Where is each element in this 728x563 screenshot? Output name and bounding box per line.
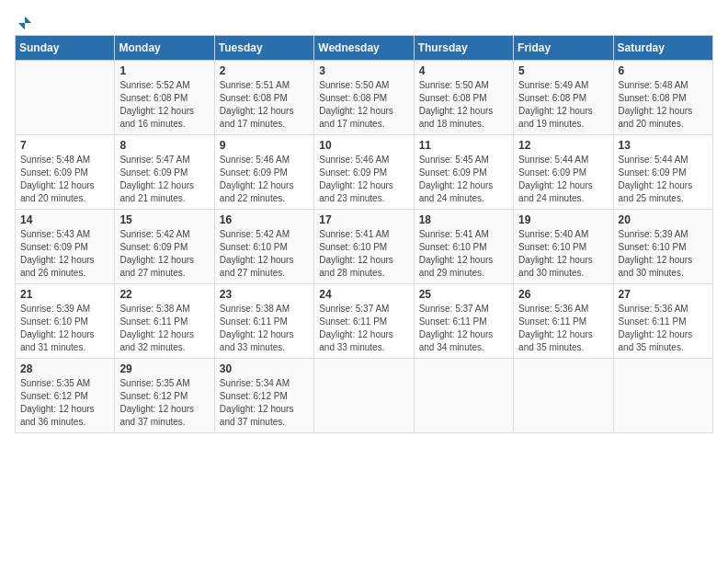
day-number: 8 <box>119 139 209 152</box>
daylight-hours: Daylight: 12 hours and 17 minutes. <box>220 106 294 129</box>
sunset-time: Sunset: 6:08 PM <box>518 93 586 103</box>
day-info: Sunrise: 5:39 AM Sunset: 6:10 PM Dayligh… <box>20 303 109 354</box>
sunset-time: Sunset: 6:11 PM <box>119 316 188 327</box>
day-info: Sunrise: 5:37 AM Sunset: 6:11 PM Dayligh… <box>419 303 508 354</box>
calendar-cell: 15 Sunrise: 5:42 AM Sunset: 6:09 PM Dayl… <box>115 210 214 284</box>
calendar-cell: 16 Sunrise: 5:42 AM Sunset: 6:10 PM Dayl… <box>214 210 313 284</box>
svg-marker-0 <box>18 17 31 29</box>
day-info: Sunrise: 5:43 AM Sunset: 6:09 PM Dayligh… <box>20 228 109 280</box>
day-number: 12 <box>518 139 608 152</box>
day-number: 23 <box>220 288 309 301</box>
calendar-cell: 24 Sunrise: 5:37 AM Sunset: 6:11 PM Dayl… <box>314 284 414 359</box>
daylight-hours: Daylight: 12 hours and 35 minutes. <box>518 329 593 352</box>
daylight-hours: Daylight: 12 hours and 20 minutes. <box>20 180 95 203</box>
calendar-cell: 29 Sunrise: 5:35 AM Sunset: 6:12 PM Dayl… <box>115 359 214 433</box>
sunset-time: Sunset: 6:09 PM <box>119 242 188 252</box>
calendar-cell: 28 Sunrise: 5:35 AM Sunset: 6:12 PM Dayl… <box>16 359 115 433</box>
daylight-hours: Daylight: 12 hours and 25 minutes. <box>619 180 693 203</box>
day-number: 18 <box>419 213 508 226</box>
day-number: 25 <box>419 288 508 301</box>
sunrise-time: Sunrise: 5:43 AM <box>20 229 90 239</box>
sunset-time: Sunset: 6:10 PM <box>619 242 687 252</box>
calendar-cell: 23 Sunrise: 5:38 AM Sunset: 6:11 PM Dayl… <box>214 284 313 359</box>
sunrise-time: Sunrise: 5:35 AM <box>20 378 90 388</box>
sunrise-time: Sunrise: 5:41 AM <box>319 229 389 239</box>
day-info: Sunrise: 5:36 AM Sunset: 6:11 PM Dayligh… <box>518 303 608 354</box>
daylight-hours: Daylight: 12 hours and 37 minutes. <box>119 404 194 427</box>
day-number: 17 <box>319 213 408 226</box>
sunrise-time: Sunrise: 5:50 AM <box>319 80 389 90</box>
daylight-hours: Daylight: 12 hours and 27 minutes. <box>220 255 294 278</box>
sunset-time: Sunset: 6:08 PM <box>319 93 387 103</box>
day-info: Sunrise: 5:40 AM Sunset: 6:10 PM Dayligh… <box>518 228 608 280</box>
day-number: 15 <box>119 213 209 226</box>
day-info: Sunrise: 5:45 AM Sunset: 6:09 PM Dayligh… <box>419 154 508 205</box>
daylight-hours: Daylight: 12 hours and 33 minutes. <box>220 329 294 352</box>
sunrise-time: Sunrise: 5:39 AM <box>20 304 90 314</box>
logo <box>15 15 33 28</box>
daylight-hours: Daylight: 12 hours and 21 minutes. <box>119 180 194 203</box>
header-day-monday: Monday <box>115 36 214 61</box>
calendar-table: SundayMondayTuesdayWednesdayThursdayFrid… <box>15 35 713 433</box>
header-day-thursday: Thursday <box>414 36 513 61</box>
sunset-time: Sunset: 6:08 PM <box>119 93 188 103</box>
daylight-hours: Daylight: 12 hours and 30 minutes. <box>518 255 593 278</box>
day-number: 19 <box>518 213 608 226</box>
header-day-saturday: Saturday <box>613 36 712 61</box>
calendar-cell: 1 Sunrise: 5:52 AM Sunset: 6:08 PM Dayli… <box>115 61 214 135</box>
calendar-cell: 25 Sunrise: 5:37 AM Sunset: 6:11 PM Dayl… <box>414 284 513 359</box>
daylight-hours: Daylight: 12 hours and 24 minutes. <box>419 180 494 203</box>
day-info: Sunrise: 5:42 AM Sunset: 6:09 PM Dayligh… <box>119 228 209 280</box>
calendar-cell <box>16 61 115 135</box>
day-number: 13 <box>619 139 708 152</box>
daylight-hours: Daylight: 12 hours and 27 minutes. <box>119 255 194 278</box>
calendar-cell: 11 Sunrise: 5:45 AM Sunset: 6:09 PM Dayl… <box>414 135 513 210</box>
daylight-hours: Daylight: 12 hours and 30 minutes. <box>619 255 693 278</box>
day-number: 2 <box>220 64 309 77</box>
day-info: Sunrise: 5:52 AM Sunset: 6:08 PM Dayligh… <box>119 79 209 131</box>
sunrise-time: Sunrise: 5:46 AM <box>220 155 290 165</box>
calendar-cell: 5 Sunrise: 5:49 AM Sunset: 6:08 PM Dayli… <box>514 61 613 135</box>
day-number: 21 <box>20 288 109 301</box>
sunrise-time: Sunrise: 5:52 AM <box>119 80 189 90</box>
daylight-hours: Daylight: 12 hours and 31 minutes. <box>20 329 95 352</box>
sunrise-time: Sunrise: 5:40 AM <box>518 229 588 239</box>
sunrise-time: Sunrise: 5:44 AM <box>619 155 688 165</box>
day-info: Sunrise: 5:35 AM Sunset: 6:12 PM Dayligh… <box>119 377 209 429</box>
sunset-time: Sunset: 6:09 PM <box>319 167 387 178</box>
sunset-time: Sunset: 6:09 PM <box>220 167 288 178</box>
sunrise-time: Sunrise: 5:49 AM <box>518 80 588 90</box>
sunset-time: Sunset: 6:09 PM <box>20 167 88 178</box>
daylight-hours: Daylight: 12 hours and 23 minutes. <box>319 180 393 203</box>
sunrise-time: Sunrise: 5:35 AM <box>119 378 189 388</box>
sunrise-time: Sunrise: 5:36 AM <box>619 304 688 314</box>
page-header <box>15 15 713 28</box>
daylight-hours: Daylight: 12 hours and 29 minutes. <box>419 255 494 278</box>
daylight-hours: Daylight: 12 hours and 16 minutes. <box>119 106 194 129</box>
daylight-hours: Daylight: 12 hours and 37 minutes. <box>220 404 294 427</box>
day-info: Sunrise: 5:39 AM Sunset: 6:10 PM Dayligh… <box>619 228 708 280</box>
sunset-time: Sunset: 6:12 PM <box>20 391 88 401</box>
calendar-cell: 26 Sunrise: 5:36 AM Sunset: 6:11 PM Dayl… <box>514 284 613 359</box>
sunset-time: Sunset: 6:08 PM <box>619 93 687 103</box>
sunrise-time: Sunrise: 5:47 AM <box>119 155 189 165</box>
sunrise-time: Sunrise: 5:46 AM <box>319 155 389 165</box>
day-info: Sunrise: 5:38 AM Sunset: 6:11 PM Dayligh… <box>220 303 309 354</box>
sunrise-time: Sunrise: 5:38 AM <box>220 304 290 314</box>
day-number: 24 <box>319 288 408 301</box>
day-number: 10 <box>319 139 408 152</box>
daylight-hours: Daylight: 12 hours and 32 minutes. <box>119 329 194 352</box>
calendar-cell: 2 Sunrise: 5:51 AM Sunset: 6:08 PM Dayli… <box>214 61 313 135</box>
daylight-hours: Daylight: 12 hours and 19 minutes. <box>518 106 593 129</box>
calendar-body: 1 Sunrise: 5:52 AM Sunset: 6:08 PM Dayli… <box>16 61 713 433</box>
sunset-time: Sunset: 6:10 PM <box>220 242 288 252</box>
sunset-time: Sunset: 6:10 PM <box>20 316 88 327</box>
daylight-hours: Daylight: 12 hours and 18 minutes. <box>419 106 494 129</box>
sunset-time: Sunset: 6:11 PM <box>518 316 586 327</box>
day-number: 7 <box>20 139 109 152</box>
daylight-hours: Daylight: 12 hours and 28 minutes. <box>319 255 393 278</box>
calendar-cell: 12 Sunrise: 5:44 AM Sunset: 6:09 PM Dayl… <box>514 135 613 210</box>
day-number: 16 <box>220 213 309 226</box>
sunset-time: Sunset: 6:09 PM <box>518 167 586 178</box>
day-number: 4 <box>419 64 508 77</box>
